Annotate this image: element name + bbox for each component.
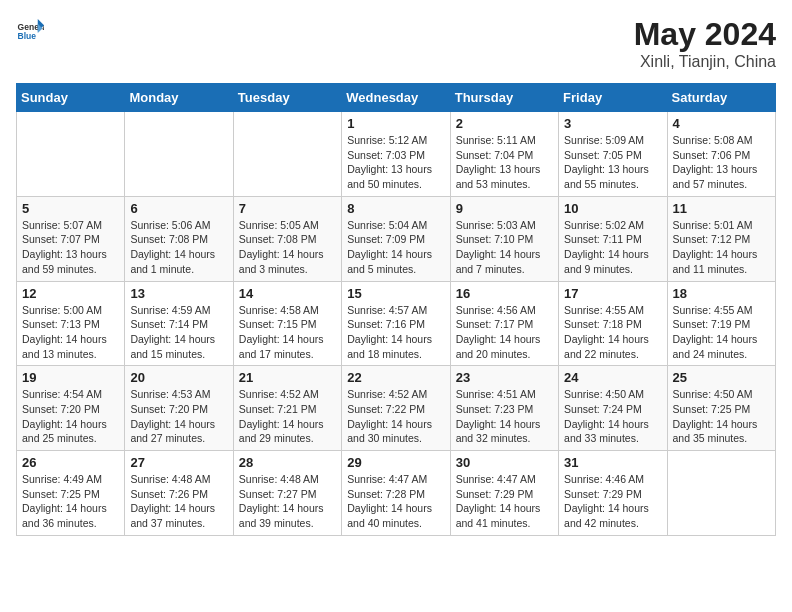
calendar-cell-5-2: 27Sunrise: 4:48 AM Sunset: 7:26 PM Dayli… bbox=[125, 451, 233, 536]
day-number: 13 bbox=[130, 286, 227, 301]
day-info: Sunrise: 5:01 AM Sunset: 7:12 PM Dayligh… bbox=[673, 218, 770, 277]
day-info: Sunrise: 5:06 AM Sunset: 7:08 PM Dayligh… bbox=[130, 218, 227, 277]
calendar-cell-3-3: 14Sunrise: 4:58 AM Sunset: 7:15 PM Dayli… bbox=[233, 281, 341, 366]
calendar-cell-2-6: 10Sunrise: 5:02 AM Sunset: 7:11 PM Dayli… bbox=[559, 196, 667, 281]
day-number: 15 bbox=[347, 286, 444, 301]
day-info: Sunrise: 5:03 AM Sunset: 7:10 PM Dayligh… bbox=[456, 218, 553, 277]
calendar-cell-1-7: 4Sunrise: 5:08 AM Sunset: 7:06 PM Daylig… bbox=[667, 112, 775, 197]
day-info: Sunrise: 5:05 AM Sunset: 7:08 PM Dayligh… bbox=[239, 218, 336, 277]
day-info: Sunrise: 5:07 AM Sunset: 7:07 PM Dayligh… bbox=[22, 218, 119, 277]
day-info: Sunrise: 4:58 AM Sunset: 7:15 PM Dayligh… bbox=[239, 303, 336, 362]
calendar-header-thursday: Thursday bbox=[450, 84, 558, 112]
calendar-cell-3-2: 13Sunrise: 4:59 AM Sunset: 7:14 PM Dayli… bbox=[125, 281, 233, 366]
calendar-week-3: 12Sunrise: 5:00 AM Sunset: 7:13 PM Dayli… bbox=[17, 281, 776, 366]
day-info: Sunrise: 4:53 AM Sunset: 7:20 PM Dayligh… bbox=[130, 387, 227, 446]
sub-title: Xinli, Tianjin, China bbox=[634, 53, 776, 71]
calendar-cell-5-3: 28Sunrise: 4:48 AM Sunset: 7:27 PM Dayli… bbox=[233, 451, 341, 536]
day-number: 19 bbox=[22, 370, 119, 385]
day-number: 5 bbox=[22, 201, 119, 216]
calendar-cell-2-7: 11Sunrise: 5:01 AM Sunset: 7:12 PM Dayli… bbox=[667, 196, 775, 281]
calendar-cell-1-2 bbox=[125, 112, 233, 197]
calendar-cell-3-7: 18Sunrise: 4:55 AM Sunset: 7:19 PM Dayli… bbox=[667, 281, 775, 366]
day-info: Sunrise: 4:50 AM Sunset: 7:24 PM Dayligh… bbox=[564, 387, 661, 446]
day-number: 4 bbox=[673, 116, 770, 131]
calendar-cell-4-5: 23Sunrise: 4:51 AM Sunset: 7:23 PM Dayli… bbox=[450, 366, 558, 451]
day-number: 3 bbox=[564, 116, 661, 131]
day-info: Sunrise: 5:00 AM Sunset: 7:13 PM Dayligh… bbox=[22, 303, 119, 362]
calendar-cell-2-1: 5Sunrise: 5:07 AM Sunset: 7:07 PM Daylig… bbox=[17, 196, 125, 281]
day-number: 22 bbox=[347, 370, 444, 385]
day-number: 2 bbox=[456, 116, 553, 131]
day-number: 26 bbox=[22, 455, 119, 470]
day-number: 10 bbox=[564, 201, 661, 216]
calendar-week-2: 5Sunrise: 5:07 AM Sunset: 7:07 PM Daylig… bbox=[17, 196, 776, 281]
calendar-cell-2-3: 7Sunrise: 5:05 AM Sunset: 7:08 PM Daylig… bbox=[233, 196, 341, 281]
calendar-cell-2-4: 8Sunrise: 5:04 AM Sunset: 7:09 PM Daylig… bbox=[342, 196, 450, 281]
calendar-cell-3-6: 17Sunrise: 4:55 AM Sunset: 7:18 PM Dayli… bbox=[559, 281, 667, 366]
calendar-header-tuesday: Tuesday bbox=[233, 84, 341, 112]
day-number: 17 bbox=[564, 286, 661, 301]
calendar-week-1: 1Sunrise: 5:12 AM Sunset: 7:03 PM Daylig… bbox=[17, 112, 776, 197]
calendar-cell-5-5: 30Sunrise: 4:47 AM Sunset: 7:29 PM Dayli… bbox=[450, 451, 558, 536]
day-info: Sunrise: 4:49 AM Sunset: 7:25 PM Dayligh… bbox=[22, 472, 119, 531]
calendar-header-friday: Friday bbox=[559, 84, 667, 112]
day-info: Sunrise: 4:47 AM Sunset: 7:28 PM Dayligh… bbox=[347, 472, 444, 531]
calendar-cell-1-3 bbox=[233, 112, 341, 197]
calendar-cell-5-6: 31Sunrise: 4:46 AM Sunset: 7:29 PM Dayli… bbox=[559, 451, 667, 536]
calendar-table: SundayMondayTuesdayWednesdayThursdayFrid… bbox=[16, 83, 776, 536]
day-number: 24 bbox=[564, 370, 661, 385]
calendar-cell-2-2: 6Sunrise: 5:06 AM Sunset: 7:08 PM Daylig… bbox=[125, 196, 233, 281]
day-number: 11 bbox=[673, 201, 770, 216]
day-info: Sunrise: 4:52 AM Sunset: 7:22 PM Dayligh… bbox=[347, 387, 444, 446]
calendar-cell-4-2: 20Sunrise: 4:53 AM Sunset: 7:20 PM Dayli… bbox=[125, 366, 233, 451]
calendar-cell-2-5: 9Sunrise: 5:03 AM Sunset: 7:10 PM Daylig… bbox=[450, 196, 558, 281]
day-number: 8 bbox=[347, 201, 444, 216]
day-info: Sunrise: 5:04 AM Sunset: 7:09 PM Dayligh… bbox=[347, 218, 444, 277]
calendar-cell-1-1 bbox=[17, 112, 125, 197]
page-header: General Blue May 2024 Xinli, Tianjin, Ch… bbox=[16, 16, 776, 71]
day-number: 12 bbox=[22, 286, 119, 301]
day-info: Sunrise: 4:48 AM Sunset: 7:27 PM Dayligh… bbox=[239, 472, 336, 531]
day-number: 28 bbox=[239, 455, 336, 470]
day-number: 9 bbox=[456, 201, 553, 216]
day-info: Sunrise: 4:55 AM Sunset: 7:18 PM Dayligh… bbox=[564, 303, 661, 362]
calendar-cell-3-1: 12Sunrise: 5:00 AM Sunset: 7:13 PM Dayli… bbox=[17, 281, 125, 366]
logo-icon: General Blue bbox=[16, 16, 44, 44]
day-info: Sunrise: 5:09 AM Sunset: 7:05 PM Dayligh… bbox=[564, 133, 661, 192]
day-number: 16 bbox=[456, 286, 553, 301]
day-info: Sunrise: 4:47 AM Sunset: 7:29 PM Dayligh… bbox=[456, 472, 553, 531]
day-number: 7 bbox=[239, 201, 336, 216]
calendar-header-row: SundayMondayTuesdayWednesdayThursdayFrid… bbox=[17, 84, 776, 112]
title-block: May 2024 Xinli, Tianjin, China bbox=[634, 16, 776, 71]
day-number: 1 bbox=[347, 116, 444, 131]
calendar-cell-1-6: 3Sunrise: 5:09 AM Sunset: 7:05 PM Daylig… bbox=[559, 112, 667, 197]
day-info: Sunrise: 5:12 AM Sunset: 7:03 PM Dayligh… bbox=[347, 133, 444, 192]
day-info: Sunrise: 4:55 AM Sunset: 7:19 PM Dayligh… bbox=[673, 303, 770, 362]
day-number: 27 bbox=[130, 455, 227, 470]
calendar-cell-4-4: 22Sunrise: 4:52 AM Sunset: 7:22 PM Dayli… bbox=[342, 366, 450, 451]
day-info: Sunrise: 5:11 AM Sunset: 7:04 PM Dayligh… bbox=[456, 133, 553, 192]
day-info: Sunrise: 4:57 AM Sunset: 7:16 PM Dayligh… bbox=[347, 303, 444, 362]
calendar-cell-5-1: 26Sunrise: 4:49 AM Sunset: 7:25 PM Dayli… bbox=[17, 451, 125, 536]
day-info: Sunrise: 5:08 AM Sunset: 7:06 PM Dayligh… bbox=[673, 133, 770, 192]
day-info: Sunrise: 4:59 AM Sunset: 7:14 PM Dayligh… bbox=[130, 303, 227, 362]
day-number: 21 bbox=[239, 370, 336, 385]
day-number: 31 bbox=[564, 455, 661, 470]
calendar-cell-5-7 bbox=[667, 451, 775, 536]
calendar-cell-5-4: 29Sunrise: 4:47 AM Sunset: 7:28 PM Dayli… bbox=[342, 451, 450, 536]
svg-text:Blue: Blue bbox=[18, 31, 37, 41]
main-title: May 2024 bbox=[634, 16, 776, 53]
calendar-cell-4-6: 24Sunrise: 4:50 AM Sunset: 7:24 PM Dayli… bbox=[559, 366, 667, 451]
day-info: Sunrise: 5:02 AM Sunset: 7:11 PM Dayligh… bbox=[564, 218, 661, 277]
calendar-cell-1-5: 2Sunrise: 5:11 AM Sunset: 7:04 PM Daylig… bbox=[450, 112, 558, 197]
day-info: Sunrise: 4:56 AM Sunset: 7:17 PM Dayligh… bbox=[456, 303, 553, 362]
calendar-week-4: 19Sunrise: 4:54 AM Sunset: 7:20 PM Dayli… bbox=[17, 366, 776, 451]
day-number: 23 bbox=[456, 370, 553, 385]
day-number: 30 bbox=[456, 455, 553, 470]
day-number: 18 bbox=[673, 286, 770, 301]
calendar-header-saturday: Saturday bbox=[667, 84, 775, 112]
day-info: Sunrise: 4:51 AM Sunset: 7:23 PM Dayligh… bbox=[456, 387, 553, 446]
day-info: Sunrise: 4:48 AM Sunset: 7:26 PM Dayligh… bbox=[130, 472, 227, 531]
calendar-week-5: 26Sunrise: 4:49 AM Sunset: 7:25 PM Dayli… bbox=[17, 451, 776, 536]
day-number: 14 bbox=[239, 286, 336, 301]
